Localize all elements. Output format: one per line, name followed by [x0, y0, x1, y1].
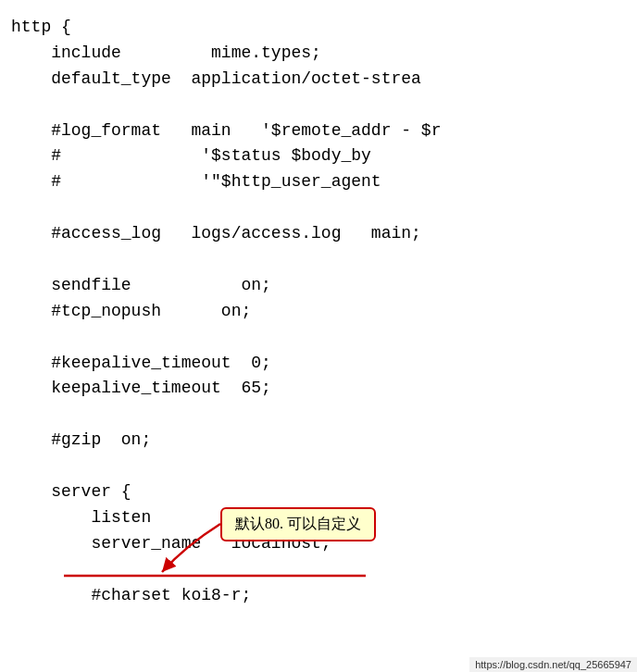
line-empty-5	[0, 402, 637, 428]
line-log-format-2: # '$status $body_by	[0, 143, 637, 169]
line-empty-6	[0, 454, 637, 479]
line-include: include mime.types;	[0, 41, 637, 67]
url-text: https://blog.csdn.net/qq_25665947	[475, 659, 631, 670]
line-keepalive-0: #keepalive_timeout 0;	[0, 351, 637, 377]
tooltip-text: 默认80. 可以自定义	[235, 516, 361, 531]
line-empty-2	[0, 195, 637, 221]
line-empty-4	[0, 325, 637, 351]
line-sendfile: sendfile on;	[0, 273, 637, 299]
line-tcp-nopush: #tcp_nopush on;	[0, 299, 637, 325]
line-empty-3	[0, 247, 637, 273]
line-log-format-3: # '"$http_user_agent	[0, 169, 637, 195]
line-empty-7	[0, 557, 637, 583]
line-server-open: server {	[0, 479, 637, 505]
line-gzip: #gzip on;	[0, 428, 637, 454]
line-empty-1	[0, 93, 637, 118]
line-log-format: #log_format main '$remote_addr - $r	[0, 118, 637, 144]
url-bar: https://blog.csdn.net/qq_25665947	[469, 657, 637, 672]
line-default-type: default_type application/octet-strea	[0, 67, 637, 93]
line-http-open: http {	[0, 15, 637, 41]
line-keepalive-65: keepalive_timeout 65;	[0, 376, 637, 402]
line-charset: #charset koi8-r;	[0, 583, 637, 609]
line-access-log: #access_log logs/access.log main;	[0, 221, 637, 247]
code-container: http { include mime.types; default_type …	[0, 0, 637, 672]
tooltip-box: 默认80. 可以自定义	[220, 507, 376, 541]
